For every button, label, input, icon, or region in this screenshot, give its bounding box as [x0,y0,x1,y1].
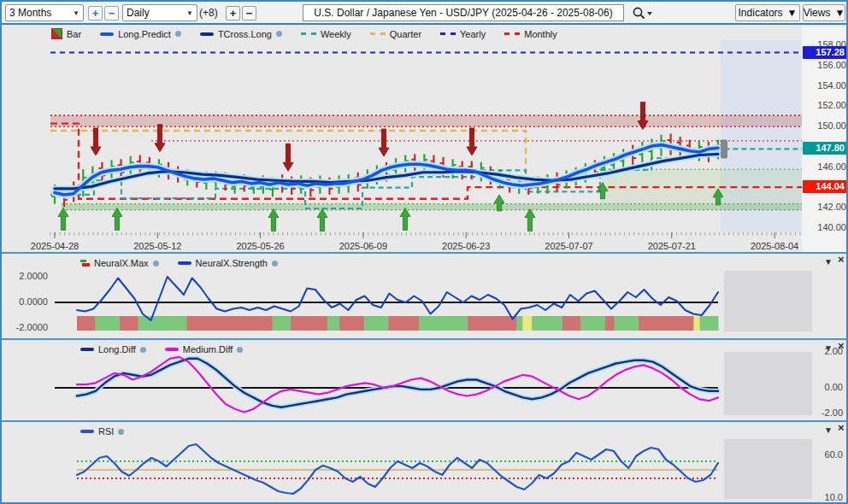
legend-item-bar[interactable]: Bar [51,28,81,39]
panel-close-button[interactable]: × [838,342,845,350]
neuralx-max-segment [138,316,187,331]
legend-item-label: TCross.Long [218,29,272,39]
forecast-handle[interactable] [721,139,727,158]
info-dot-icon[interactable] [175,31,181,37]
date-axis-label: 2025-08-04 [745,241,804,251]
neuralx-axis-label: -2.0000 [7,322,48,332]
sell-arrow-icon [91,128,101,155]
legend-item-label: Long.Diff [98,344,136,355]
sell-arrow-icon [155,125,165,152]
buy-arrow-icon [112,208,122,230]
info-dot-icon[interactable] [140,347,146,353]
legend-item-tcross-long[interactable]: TCross.Long [200,29,282,39]
dashed-line-swatch-icon [440,32,456,35]
forecast-offset-label: (+8) [199,7,218,24]
neuralx-max-segment [639,316,694,331]
neuralx-max-segment [77,316,96,331]
price-axis-label: 156.00 [805,60,846,70]
date-axis-label: 2025-04-28 [25,241,85,251]
panel-separator[interactable] [2,338,846,340]
line-swatch-icon [100,32,114,36]
buy-arrow-icon [525,209,535,231]
info-dot-icon[interactable] [276,31,282,37]
chevron-down-icon: ▼ [73,9,80,17]
panel-close-button[interactable]: × [838,255,845,264]
neuralx-max-segment [700,316,719,331]
legend-item-long-predict[interactable]: Long.Predict [100,29,181,39]
price-axis-label: 140.00 [805,222,846,232]
neuralx-panel-legend: NeuralX.MaxNeuralX.Strength [80,258,278,268]
legend-item-label: Weekly [321,29,351,39]
interval-select[interactable]: Daily ▼ [122,4,197,21]
date-axis-label: 2025-07-21 [642,241,702,251]
views-menu-button[interactable]: Views ▼ [803,4,845,21]
date-axis-label: 2025-06-23 [436,241,496,251]
range-increase-button[interactable]: + [88,6,103,21]
chevron-down-icon [647,12,652,15]
neuralx-max-swatch-icon [80,260,90,267]
chevron-down-icon: ▼ [787,7,798,19]
diff-axis-label: 0.00 [809,382,843,392]
panel-collapse-button[interactable]: ▼ [824,426,833,435]
panel-separator[interactable] [2,420,846,422]
bars-decrease-button[interactable]: − [242,6,256,21]
info-dot-icon[interactable] [272,261,278,267]
range-decrease-button[interactable]: − [104,6,119,21]
bars-increase-button[interactable]: + [226,6,240,21]
buy-arrow-icon [317,209,327,231]
info-dot-icon[interactable] [118,429,124,435]
legend-item-weekly[interactable]: Weekly [301,29,351,39]
panel-close-button[interactable]: × [838,424,845,432]
line-swatch-icon [80,348,94,351]
range-select-value: 3 Months [9,7,51,19]
price-axis-label: 154.00 [805,80,846,91]
symbol-title-box[interactable]: U.S. Dollar / Japanese Yen - USD/JPY (20… [303,4,624,21]
legend-item-label: Bar [67,29,81,39]
rsi-axis-label: 10.0 [809,492,843,502]
neuralx-axis-label: 0.0000 [7,296,48,307]
app-window: 3 Months ▼ + − Daily ▼ (+8) + − U.S. Dol… [0,0,848,504]
neuralx-max-segment [291,316,327,331]
price-axis-label: 142.00 [805,202,846,212]
date-axis-label: 2025-07-07 [539,241,599,251]
info-dot-icon[interactable] [153,261,159,267]
neuralx-max-segment [364,316,389,331]
neuralx-max-segment [605,316,615,331]
panel-collapse-button[interactable]: ▼ [824,258,833,267]
indicators-menu-button[interactable]: Indicators ▼ [735,4,800,21]
chevron-down-icon: ▼ [186,9,193,17]
panel-separator[interactable] [2,252,846,254]
legend-item-long-diff[interactable]: Long.Diff [80,344,146,355]
toolbar: 3 Months ▼ + − Daily ▼ (+8) + − U.S. Dol… [2,2,846,25]
panel-collapse-button[interactable]: ▼ [824,344,833,353]
search-button[interactable] [632,6,654,23]
range-select[interactable]: 3 Months ▼ [5,4,84,21]
neuralx-max-segment [419,316,468,331]
diff-axis-label: -2.00 [809,407,843,418]
date-axis-label: 2025-05-12 [127,241,187,251]
search-icon [632,6,654,21]
legend-item-quarter[interactable]: Quarter [370,29,421,39]
legend-item-neuralx-strength[interactable]: NeuralX.Strength [178,258,278,268]
rsi-panel-legend: RSI [80,426,124,437]
legend-item-medium-diff[interactable]: Medium.Diff [165,344,243,355]
bar-swatch-icon [51,28,62,39]
legend-item-label: Quarter [390,29,421,39]
line-swatch-icon [200,32,214,36]
legend-item-rsi[interactable]: RSI [80,426,124,437]
neuralx-max-segment [273,316,292,331]
sell-arrow-icon [467,128,477,155]
legend-item-label: Medium.Diff [183,344,233,355]
buy-arrow-icon [400,208,410,230]
legend-item-label: NeuralX.Max [94,258,149,268]
legend-item-label: RSI [98,426,114,437]
neuralx-max-segment [120,316,138,331]
legend-item-yearly[interactable]: Yearly [440,29,486,39]
legend-item-neuralx-max[interactable]: NeuralX.Max [80,258,159,268]
neuralx-max-segment [187,316,273,331]
price-level-badge: 147.80 [803,142,848,155]
legend-item-monthly[interactable]: Monthly [504,29,557,39]
info-dot-icon[interactable] [237,347,243,353]
dashed-line-swatch-icon [504,32,520,35]
neuralx-max-segment [327,316,340,331]
